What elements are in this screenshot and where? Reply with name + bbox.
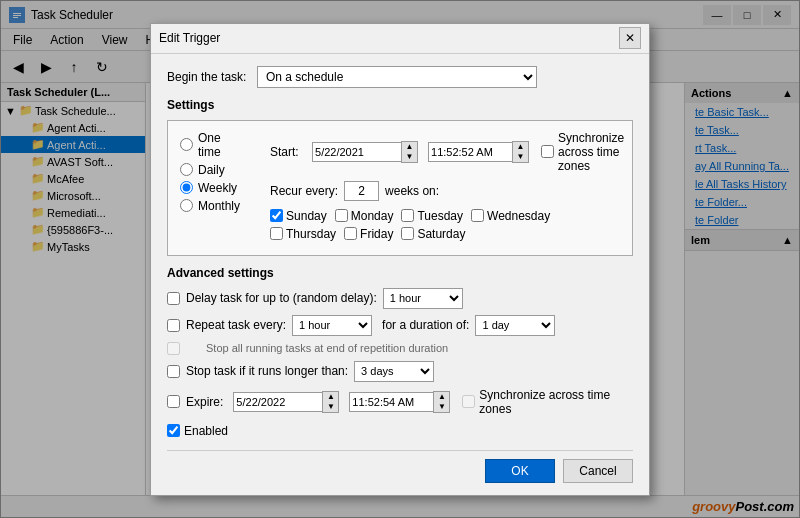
sunday-check[interactable]: Sunday xyxy=(270,209,327,223)
repeat-checkbox[interactable] xyxy=(167,319,180,332)
saturday-check[interactable]: Saturday xyxy=(401,227,465,241)
dialog-title: Edit Trigger xyxy=(159,31,220,45)
expire-sync-checkbox[interactable] xyxy=(462,395,475,408)
dialog-close-button[interactable]: ✕ xyxy=(619,27,641,49)
expire-time-spin: ▲ ▼ xyxy=(433,391,450,413)
tuesday-check[interactable]: Tuesday xyxy=(401,209,463,223)
trigger-settings-right: Start: ▲ ▼ ▲ xyxy=(260,131,624,245)
expire-sync-label[interactable]: Synchronize across time zones xyxy=(462,388,633,416)
date-spin-down[interactable]: ▼ xyxy=(402,152,417,162)
thursday-check[interactable]: Thursday xyxy=(270,227,336,241)
expire-date-down[interactable]: ▼ xyxy=(323,402,338,412)
expire-date-spin: ▲ ▼ xyxy=(322,391,339,413)
days-row-2: Thursday Friday Saturday xyxy=(270,227,624,241)
date-spinner: ▲ ▼ xyxy=(312,141,418,163)
delay-select[interactable]: 1 hour 30 minutes xyxy=(383,288,463,309)
start-label: Start: xyxy=(270,145,306,159)
stop-running-row: Stop all running tasks at end of repetit… xyxy=(167,342,633,355)
radio-weekly[interactable]: Weekly xyxy=(180,181,240,195)
date-spin-arrows: ▲ ▼ xyxy=(401,141,418,163)
expire-time-spinner: ▲ ▼ xyxy=(349,391,450,413)
recur-row: Recur every: weeks on: xyxy=(270,181,624,201)
time-spin-arrows: ▲ ▼ xyxy=(512,141,529,163)
dialog-body: Begin the task: On a schedule At log on … xyxy=(151,54,649,450)
radio-one-time[interactable]: One time xyxy=(180,131,240,159)
friday-checkbox[interactable] xyxy=(344,227,357,240)
main-settings-row: One time Daily Weekly Monthly xyxy=(180,131,620,245)
enabled-label[interactable]: Enabled xyxy=(167,424,228,438)
recur-value-input[interactable] xyxy=(344,181,379,201)
radio-daily[interactable]: Daily xyxy=(180,163,240,177)
radio-group: One time Daily Weekly Monthly xyxy=(180,131,240,245)
expire-date-up[interactable]: ▲ xyxy=(323,392,338,402)
delay-label: Delay task for up to (random delay): xyxy=(186,291,377,305)
settings-label: Settings xyxy=(167,98,633,112)
ok-button[interactable]: OK xyxy=(485,459,555,483)
saturday-checkbox[interactable] xyxy=(401,227,414,240)
expire-label: Expire: xyxy=(186,395,223,409)
weekly-radio[interactable] xyxy=(180,181,193,194)
stop-longer-label: Stop task if it runs longer than: xyxy=(186,364,348,378)
start-time-input[interactable] xyxy=(428,142,513,162)
duration-select[interactable]: 1 day 12 hours xyxy=(475,315,555,336)
stop-longer-row: Stop task if it runs longer than: 3 days… xyxy=(167,361,633,382)
dialog-buttons: OK Cancel xyxy=(151,451,649,495)
sync-tz-checkbox[interactable] xyxy=(541,145,554,158)
expire-date-input[interactable] xyxy=(233,392,323,412)
advanced-label: Advanced settings xyxy=(167,266,633,280)
days-row-1: Sunday Monday Tuesday xyxy=(270,209,624,223)
repeat-label: Repeat task every: xyxy=(186,318,286,332)
thursday-checkbox[interactable] xyxy=(270,227,283,240)
stop-running-label: Stop all running tasks at end of repetit… xyxy=(206,342,448,354)
sunday-checkbox[interactable] xyxy=(270,209,283,222)
dialog-title-bar: Edit Trigger ✕ xyxy=(151,24,649,54)
begin-select[interactable]: On a schedule At log on At startup xyxy=(257,66,537,88)
start-date-input[interactable] xyxy=(312,142,402,162)
begin-task-row: Begin the task: On a schedule At log on … xyxy=(167,66,633,88)
time-spin-up[interactable]: ▲ xyxy=(513,142,528,152)
time-spin-down[interactable]: ▼ xyxy=(513,152,528,162)
advanced-section: Advanced settings Delay task for up to (… xyxy=(167,266,633,438)
enabled-checkbox[interactable] xyxy=(167,424,180,437)
expire-time-input[interactable] xyxy=(349,392,434,412)
radio-monthly[interactable]: Monthly xyxy=(180,199,240,213)
stop-longer-select[interactable]: 3 days 1 day xyxy=(354,361,434,382)
wednesday-check[interactable]: Wednesday xyxy=(471,209,550,223)
cancel-button[interactable]: Cancel xyxy=(563,459,633,483)
duration-label: for a duration of: xyxy=(382,318,469,332)
one-time-radio[interactable] xyxy=(180,138,193,151)
settings-box: One time Daily Weekly Monthly xyxy=(167,120,633,256)
stop-longer-checkbox[interactable] xyxy=(167,365,180,378)
friday-check[interactable]: Friday xyxy=(344,227,393,241)
repeat-row: Repeat task every: 1 hour 30 minutes for… xyxy=(167,315,633,336)
edit-trigger-dialog: Edit Trigger ✕ Begin the task: On a sche… xyxy=(150,23,650,496)
enabled-row: Enabled xyxy=(167,424,633,438)
expire-row: Expire: ▲ ▼ ▲ ▼ xyxy=(167,388,633,416)
monday-checkbox[interactable] xyxy=(335,209,348,222)
expire-time-down[interactable]: ▼ xyxy=(434,402,449,412)
tuesday-checkbox[interactable] xyxy=(401,209,414,222)
wednesday-checkbox[interactable] xyxy=(471,209,484,222)
monday-check[interactable]: Monday xyxy=(335,209,394,223)
time-spinner: ▲ ▼ xyxy=(428,141,529,163)
repeat-select[interactable]: 1 hour 30 minutes xyxy=(292,315,372,336)
begin-label: Begin the task: xyxy=(167,70,257,84)
expire-date-spinner: ▲ ▼ xyxy=(233,391,339,413)
sync-tz-label[interactable]: Synchronize across time zones xyxy=(541,131,624,173)
recur-label: Recur every: xyxy=(270,184,338,198)
date-spin-up[interactable]: ▲ xyxy=(402,142,417,152)
stop-running-checkbox[interactable] xyxy=(167,342,180,355)
expire-time-up[interactable]: ▲ xyxy=(434,392,449,402)
weeks-on-label: weeks on: xyxy=(385,184,439,198)
dialog-overlay: Edit Trigger ✕ Begin the task: On a sche… xyxy=(0,0,800,518)
expire-checkbox[interactable] xyxy=(167,395,180,408)
delay-row: Delay task for up to (random delay): 1 h… xyxy=(167,288,633,309)
start-row: Start: ▲ ▼ ▲ xyxy=(270,131,624,173)
monthly-radio[interactable] xyxy=(180,199,193,212)
delay-checkbox[interactable] xyxy=(167,292,180,305)
daily-radio[interactable] xyxy=(180,163,193,176)
